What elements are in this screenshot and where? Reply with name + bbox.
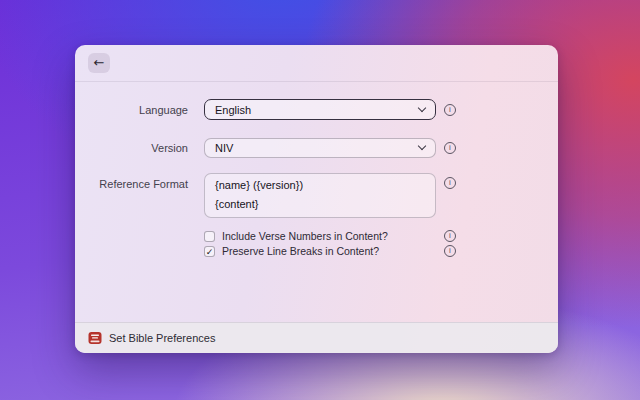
language-label: Language [75, 104, 188, 116]
reference-format-label: Reference Format [75, 173, 188, 190]
window-title: Set Bible Preferences [109, 332, 215, 344]
desktop-background: ← Language English i Version NIV [0, 0, 640, 400]
line-breaks-info-icon[interactable]: i [444, 245, 456, 257]
reference-format-info-icon[interactable]: i [444, 177, 456, 189]
reference-format-line: {content} [215, 198, 425, 211]
version-value: NIV [215, 142, 233, 154]
version-label: Version [75, 142, 188, 154]
chevron-down-icon [418, 103, 426, 111]
verse-numbers-label: Include Verse Numbers in Content? [222, 230, 388, 242]
back-button[interactable]: ← [88, 53, 110, 73]
verse-numbers-info-icon[interactable]: i [444, 230, 456, 242]
chevron-down-icon [418, 142, 426, 150]
window-header: ← [75, 45, 558, 82]
version-row: Version NIV i [75, 138, 558, 158]
version-select[interactable]: NIV [204, 138, 436, 158]
reference-format-textarea[interactable]: {name} ({version}) {content} [204, 173, 436, 218]
bible-app-icon [88, 331, 102, 345]
preferences-form: Language English i Version NIV [75, 82, 558, 322]
reference-format-row: Reference Format {name} ({version}) {con… [75, 173, 558, 218]
reference-format-line: {name} ({version}) [215, 179, 425, 192]
language-info-icon[interactable]: i [444, 104, 456, 116]
line-breaks-row: ✓ Preserve Line Breaks in Content? i [75, 244, 558, 258]
preferences-window: ← Language English i Version NIV [75, 45, 558, 353]
version-info-icon[interactable]: i [444, 142, 456, 154]
status-bar: Set Bible Preferences [75, 322, 558, 353]
line-breaks-checkbox[interactable]: ✓ [204, 246, 215, 257]
verse-numbers-row: Include Verse Numbers in Content? i [75, 229, 558, 243]
verse-numbers-checkbox[interactable] [204, 231, 215, 242]
language-row: Language English i [75, 99, 558, 120]
language-value: English [215, 104, 251, 116]
line-breaks-label: Preserve Line Breaks in Content? [222, 245, 379, 257]
language-select[interactable]: English [204, 99, 436, 120]
